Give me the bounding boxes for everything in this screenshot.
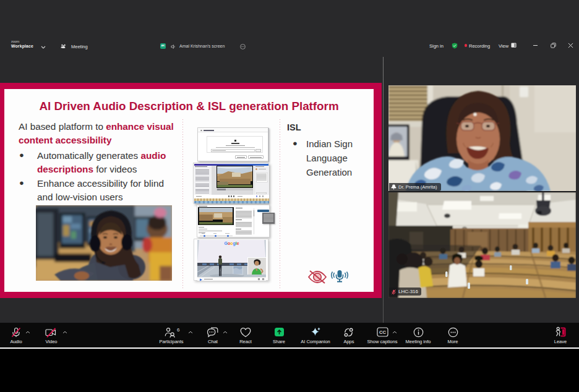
svg-text:CC: CC	[379, 330, 386, 335]
